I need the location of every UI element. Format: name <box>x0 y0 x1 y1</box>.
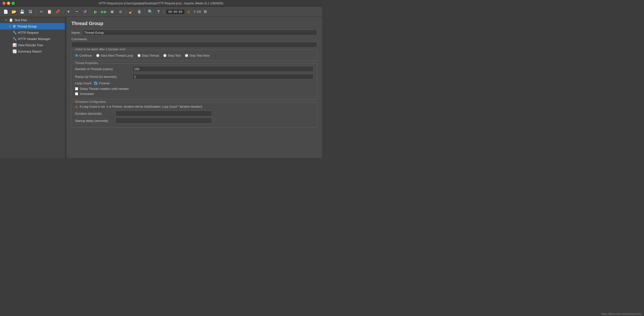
elapsed-time: 00:00:00 <box>166 10 184 14</box>
radio-stop-test-now-input[interactable] <box>185 54 188 57</box>
main-layout: ▼ 📋 Test Plan ▼ ⚙ Thread Group 🔧 HTTP Re… <box>0 17 322 158</box>
sidebar-item-summary-report[interactable]: 📈 Summary Report <box>0 48 65 54</box>
add-button[interactable]: + <box>65 8 72 16</box>
radio-start-next-thread-loop-label: Start Next Thread Loop <box>100 54 133 57</box>
name-label: Name: <box>72 31 80 34</box>
delay-thread-label: Delay Thread creation until needed <box>80 87 128 91</box>
thread-group-icon: ⚙ <box>13 24 16 28</box>
comments-label: Comments: <box>72 37 317 41</box>
clear-all-button[interactable]: 🗑 <box>136 8 143 16</box>
scheduler-warning: ⚠ If Loop Count is not -1 or Forever, du… <box>75 105 314 109</box>
open-button[interactable]: 📂 <box>10 8 18 16</box>
sidebar-item-http-request-label: HTTP Request <box>18 31 38 34</box>
start-button[interactable]: ▶ <box>92 8 100 16</box>
radio-stop-test-label: Stop Test <box>168 54 181 57</box>
new-button[interactable]: 📄 <box>2 8 10 16</box>
radio-stop-thread-label: Stop Thread <box>142 54 159 57</box>
radio-continue-input[interactable] <box>75 54 78 57</box>
toolbar: 📄 📂 💾 🖫 ✂ 📋 📌 + − ↺ ▶ ▶▶ ⏹ ⊗ 🧹 🗑 🔍 ? 00:… <box>0 7 322 17</box>
sidebar-item-thread-group[interactable]: ▼ ⚙ Thread Group <box>0 23 65 29</box>
startup-delay-input[interactable] <box>116 118 212 124</box>
sidebar-item-http-header-label: HTTP Header Manager <box>18 37 50 41</box>
radio-start-next-thread-loop[interactable]: Start Next Thread Loop <box>96 54 133 57</box>
save-all-button[interactable]: 💾 <box>18 8 26 16</box>
start-no-pause-button[interactable]: ▶▶ <box>100 8 108 16</box>
error-action-radio-group: Continue Start Next Thread Loop Stop Thr… <box>75 52 314 58</box>
name-input[interactable] <box>82 30 317 35</box>
ramp-up-row: Ramp-Up Period (in seconds): <box>75 74 314 79</box>
arrow-test-plan: ▼ <box>5 19 7 21</box>
sidebar-item-test-plan-label: Test Plan <box>14 18 27 22</box>
scheduler-row: Scheduler <box>75 92 314 96</box>
comments-input[interactable] <box>72 42 317 48</box>
stop-button[interactable]: ⏹ <box>108 8 116 16</box>
thread-properties-section: Thread Properties Number of Threads (use… <box>72 63 317 100</box>
titlebar: HTTP Request.jmx (/Users/gaojiaqi/Deskto… <box>0 0 322 7</box>
paste-button[interactable]: 📌 <box>54 8 62 16</box>
radio-stop-thread[interactable]: Stop Thread <box>138 54 159 57</box>
close-button[interactable] <box>2 2 6 5</box>
settings-button[interactable]: ⚙ <box>202 8 209 16</box>
separator-4 <box>126 9 126 15</box>
thread-properties-legend: Thread Properties <box>74 61 99 65</box>
sidebar-item-http-header-manager[interactable]: 🔧 HTTP Header Manager <box>0 36 65 42</box>
delay-thread-checkbox[interactable] <box>75 87 78 90</box>
help-button[interactable]: ? <box>154 8 162 16</box>
sidebar: ▼ 📋 Test Plan ▼ ⚙ Thread Group 🔧 HTTP Re… <box>0 17 65 158</box>
radio-stop-test-now-label: Stop Test Now <box>189 54 210 57</box>
scheduler-checkbox[interactable] <box>75 92 78 95</box>
content-area: Thread Group Name: Comments: Action to b… <box>66 17 322 158</box>
scheduler-warning-text: If Loop Count is not -1 or Forever, dura… <box>80 105 202 108</box>
separator-5 <box>145 9 145 15</box>
sidebar-item-test-plan[interactable]: ▼ 📋 Test Plan <box>0 17 65 23</box>
summary-report-icon: 📈 <box>12 49 17 53</box>
error-action-legend: Action to be taken after a Sampler error <box>74 48 127 51</box>
clear-button[interactable]: 🧹 <box>127 8 135 16</box>
thread-counter: 0/0 <box>197 10 201 13</box>
loop-forever-label: Forever <box>99 81 110 85</box>
error-action-section: Action to be taken after a Sampler error… <box>72 50 317 61</box>
duration-input[interactable] <box>116 111 212 116</box>
reset-button[interactable]: ↺ <box>81 8 89 16</box>
num-threads-input[interactable] <box>132 66 314 72</box>
maximize-button[interactable] <box>12 2 15 5</box>
sidebar-item-view-results-tree-label: View Results Tree <box>18 43 43 47</box>
http-header-icon: 🔧 <box>12 37 17 41</box>
ramp-up-input[interactable] <box>132 74 314 79</box>
radio-stop-test[interactable]: Stop Test <box>163 54 181 57</box>
search-toolbar-button[interactable]: 🔍 <box>146 8 154 16</box>
radio-continue[interactable]: Continue <box>75 54 92 57</box>
scheduler-configuration-legend: Scheduler Configuration <box>74 100 107 104</box>
http-request-icon: 🔧 <box>12 31 17 34</box>
sidebar-item-view-results-tree[interactable]: 📊 View Results Tree <box>0 42 65 48</box>
minimize-button[interactable] <box>7 2 10 5</box>
shutdown-button[interactable]: ⊗ <box>116 8 124 16</box>
warning-icon[interactable]: ⚠ <box>185 8 192 16</box>
ramp-up-label: Ramp-Up Period (in seconds): <box>75 75 130 79</box>
copy-button[interactable]: 📋 <box>46 8 53 16</box>
radio-start-next-thread-loop-input[interactable] <box>96 54 99 57</box>
duration-label: Duration (seconds) <box>75 112 114 115</box>
window-title: HTTP Request.jmx (/Users/gaojiaqi/Deskto… <box>99 2 223 5</box>
num-threads-label: Number of Threads (users): <box>75 67 130 71</box>
arrow-thread-group: ▼ <box>9 25 11 28</box>
radio-stop-test-input[interactable] <box>163 54 166 57</box>
scheduler-configuration-section: Scheduler Configuration ⚠ If Loop Count … <box>72 102 317 128</box>
num-threads-row: Number of Threads (users): <box>75 66 314 72</box>
test-plan-icon: 📋 <box>9 18 13 22</box>
loop-count-label: Loop Count: <box>75 81 92 85</box>
window-controls <box>2 2 15 5</box>
cut-button[interactable]: ✂ <box>38 8 45 16</box>
sidebar-item-thread-group-label: Thread Group <box>17 24 37 28</box>
startup-delay-row: Startup delay (seconds) <box>75 118 314 124</box>
loop-count-row: Loop Count: Forever <box>75 81 314 85</box>
remove-button[interactable]: − <box>73 8 80 16</box>
save-button[interactable]: 🖫 <box>26 8 34 16</box>
radio-stop-test-now[interactable]: Stop Test Now <box>185 54 210 57</box>
view-results-tree-icon: 📊 <box>12 43 17 47</box>
loop-forever-checkbox[interactable] <box>94 82 97 85</box>
warning-triangle-icon: ⚠ <box>75 105 78 109</box>
sidebar-item-http-request[interactable]: 🔧 HTTP Request <box>0 29 65 36</box>
separator-3 <box>90 9 90 15</box>
radio-stop-thread-input[interactable] <box>138 54 140 57</box>
